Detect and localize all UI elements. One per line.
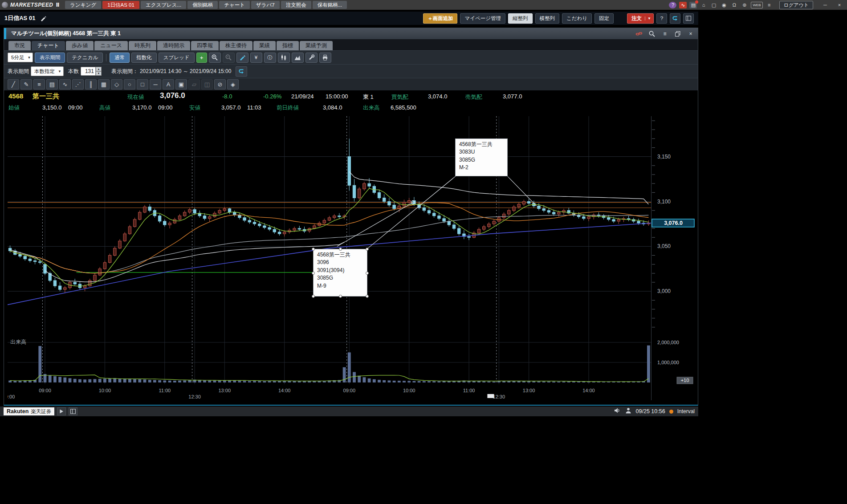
bell-icon[interactable]: Ω <box>730 2 738 8</box>
bar-count-input[interactable]: 131 <box>81 67 96 76</box>
user-icon[interactable] <box>625 407 632 416</box>
logout-button[interactable]: ログアウト <box>779 1 813 9</box>
add-screen-button[interactable]: ＋画面追加 <box>423 13 458 24</box>
video-icon[interactable]: ◉ <box>720 2 728 8</box>
tab-業績予測[interactable]: 業績予測 <box>300 41 333 50</box>
restore-icon[interactable] <box>673 30 682 37</box>
align-horizontal-button[interactable]: 横整列 <box>535 13 560 24</box>
zoom-out-button[interactable] <box>223 53 235 63</box>
settings-gear-icon[interactable]: ⊛ <box>741 2 748 8</box>
edit-page-title-icon[interactable] <box>39 15 48 22</box>
screen-icon[interactable]: ▢ <box>710 2 717 8</box>
panel-layout-button[interactable] <box>683 13 694 24</box>
tab-指標[interactable]: 指標 <box>277 41 299 50</box>
menu-icon[interactable]: ≡ <box>766 2 773 8</box>
window-menu-icon[interactable]: ≡ <box>660 30 669 37</box>
minimize-window-button[interactable]: ─ <box>819 1 831 8</box>
grid-lines-tool-icon[interactable]: ▤ <box>46 79 58 89</box>
close-child-icon[interactable]: × <box>686 30 695 37</box>
display-period-button[interactable]: 表示期間 <box>35 53 65 63</box>
timeframe-select[interactable]: 5分足 ▼ <box>8 53 33 62</box>
info-button[interactable]: ⓘ <box>264 53 276 63</box>
stamp-tool-icon[interactable]: ▣ <box>175 79 187 89</box>
wave-tool-icon[interactable]: ∿ <box>59 79 71 89</box>
range-value: 2021/09/21 14:30 ～ 2021/09/24 15:00 <box>140 68 232 75</box>
print-button[interactable] <box>319 53 331 63</box>
tab-業績[interactable]: 業績 <box>253 41 276 50</box>
tab-株主優待[interactable]: 株主優待 <box>220 41 252 50</box>
back-button[interactable] <box>670 13 680 24</box>
help-button[interactable]: ? <box>656 13 667 24</box>
search-icon[interactable] <box>647 30 656 37</box>
chart-settings-button[interactable] <box>305 53 318 63</box>
count-down-button[interactable]: ▼ <box>96 71 102 76</box>
mypage-manage-button[interactable]: マイページ管理 <box>460 13 505 24</box>
top-tab[interactable]: 保有銘柄... <box>313 1 347 9</box>
interval-indicator-icon <box>669 410 673 414</box>
technical-button[interactable]: テクニカル <box>67 53 103 63</box>
draw-pen-button[interactable] <box>236 53 248 63</box>
candle-style-button[interactable] <box>278 53 290 63</box>
copy-tool-icon[interactable]: ▱ <box>188 79 200 89</box>
text-tool-icon[interactable]: A <box>163 79 174 89</box>
top-tab[interactable]: エクスプレス... <box>141 1 186 9</box>
top-tab[interactable]: 注文照会 <box>281 1 311 9</box>
tab-チャート[interactable]: チャート <box>32 41 65 50</box>
top-tab[interactable]: 個別銘柄 <box>187 1 218 9</box>
paste-tool-icon[interactable]: ◫ <box>201 79 213 89</box>
svg-text:10:00: 10:00 <box>403 388 415 393</box>
price-chart[interactable]: 3,0003,0503,1003,1502,000,0001,000,0003,… <box>8 116 696 401</box>
kodawari-button[interactable]: こだわり <box>562 13 592 24</box>
normal-mode-button[interactable]: 通常 <box>110 53 130 63</box>
top-tab[interactable]: 1日信AS 01 <box>102 1 139 9</box>
tab-歩み値[interactable]: 歩み値 <box>66 41 94 50</box>
count-up-button[interactable]: ▲ <box>96 67 102 71</box>
home-icon[interactable]: ⌂ <box>700 2 707 8</box>
ellipse-tool-icon[interactable]: ○ <box>124 79 135 89</box>
yen-display-button[interactable]: ¥ <box>250 53 262 63</box>
period-mode-select[interactable]: 本数指定 ▼ <box>31 66 64 76</box>
pen-tool-icon[interactable]: ✎ <box>20 79 32 89</box>
extend-bars-button[interactable]: +10 <box>677 377 693 384</box>
tab-適時開示[interactable]: 適時開示 <box>157 41 190 50</box>
rectangle-tool-icon[interactable]: □ <box>137 79 148 89</box>
link-icon[interactable] <box>635 30 643 37</box>
svg-text:13:00: 13:00 <box>219 388 231 393</box>
vertical-lines-tool-icon[interactable]: ║ <box>85 79 97 89</box>
tab-四季報[interactable]: 四季報 <box>191 41 219 50</box>
fix-layout-button[interactable]: 固定 <box>595 13 614 24</box>
news-alert-icon[interactable]: ▤ <box>689 2 697 8</box>
eraser-tool-icon[interactable]: ⊘ <box>214 79 226 89</box>
sound-icon[interactable] <box>614 407 621 416</box>
spread-mode-button[interactable]: スプレッド <box>159 53 195 63</box>
tab-時系列[interactable]: 時系列 <box>129 41 156 50</box>
add-indicator-button[interactable]: ＋ <box>196 53 207 63</box>
top-tab[interactable]: チャート <box>219 1 250 9</box>
indexed-mode-button[interactable]: 指数化 <box>131 53 157 63</box>
ticker-play-button[interactable] <box>57 407 66 415</box>
top-tab[interactable]: ランキング <box>65 1 101 9</box>
polygon-tool-icon[interactable]: ◇ <box>111 79 122 89</box>
zoom-in-button[interactable] <box>209 53 221 63</box>
web-icon[interactable]: WEB <box>751 2 762 8</box>
reset-period-button[interactable] <box>236 66 247 77</box>
chart-area[interactable]: 3,0003,0503,1003,1502,000,0001,000,0003,… <box>4 114 698 405</box>
chart-app-icon[interactable]: ∿ <box>679 2 687 8</box>
help-icon[interactable]: ? <box>669 2 676 8</box>
tab-市況[interactable]: 市況 <box>8 41 31 50</box>
hline-tool-icon[interactable]: ─ <box>150 79 161 89</box>
time-axis-marker[interactable] <box>487 394 494 398</box>
trendline-tool-icon[interactable]: ╱ <box>8 79 19 89</box>
ticker-panel-button[interactable] <box>69 407 77 415</box>
channel-tool-icon[interactable]: ⋰ <box>72 79 84 89</box>
order-button[interactable]: 注文 ▼ <box>627 13 654 24</box>
cross-lines-tool-icon[interactable]: ▦ <box>98 79 110 89</box>
tab-ニュース[interactable]: ニュース <box>94 41 128 50</box>
window-title-bar[interactable]: マルチツール(個別銘柄) 4568 第一三共 東 1 ≡ × <box>4 28 698 39</box>
horizontal-lines-tool-icon[interactable]: ≡ <box>33 79 45 89</box>
mountain-chart-button[interactable] <box>292 53 304 63</box>
close-window-button[interactable]: × <box>834 1 845 8</box>
top-tab[interactable]: ザラバ7 <box>251 1 280 9</box>
clear-all-tool-icon[interactable]: ◈ <box>227 79 239 89</box>
align-vertical-button[interactable]: 縦整列 <box>508 13 533 24</box>
